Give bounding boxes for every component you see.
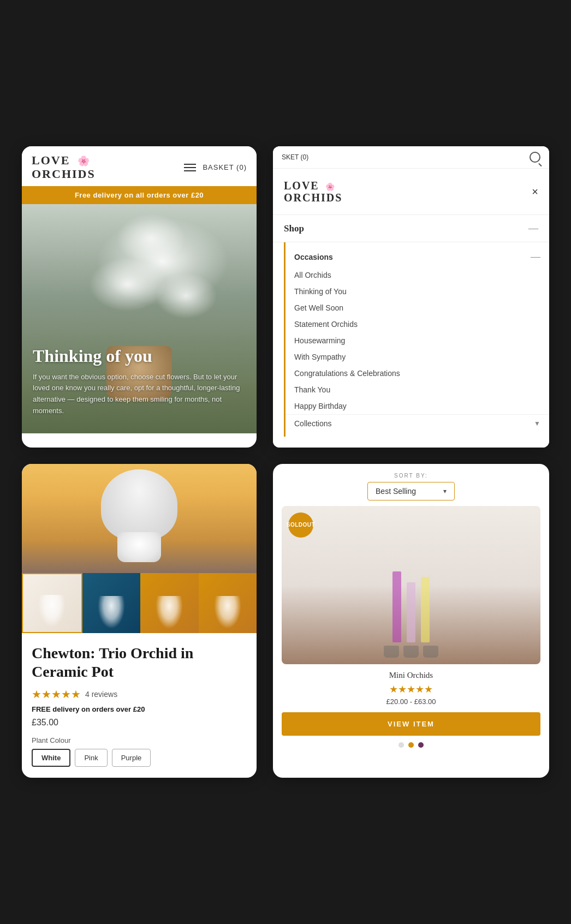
colour-label: Plant Colour bbox=[32, 736, 247, 744]
mini-pot-1 bbox=[384, 646, 399, 658]
orchid-stem-yellow bbox=[421, 577, 430, 642]
product-main-image bbox=[22, 464, 257, 573]
product-listing-card: SORT BY: Best Selling ▾ SOLD OUT bbox=[273, 464, 549, 777]
hero-title: Thinking of you bbox=[33, 346, 246, 366]
hamburger-icon[interactable] bbox=[184, 164, 196, 171]
logo-text: LOVE 🌸 ORCHIDS bbox=[32, 154, 96, 180]
listing-pots bbox=[384, 646, 438, 658]
product-thumbnails bbox=[22, 573, 257, 633]
nav-menu-card: SKET (0) LOVE 🌸 ORCHIDS × Shop — Oc bbox=[273, 146, 549, 448]
nav-all-orchids[interactable]: All Orchids bbox=[286, 267, 549, 283]
product-thumb-1[interactable] bbox=[22, 573, 82, 633]
nav-collections-label: Collections bbox=[294, 419, 331, 428]
nav-menu-panel: LOVE 🌸 ORCHIDS × Shop — Occasions — All … bbox=[273, 169, 549, 448]
dot-2[interactable] bbox=[408, 742, 414, 748]
dot-1[interactable] bbox=[398, 742, 404, 748]
hero-text-overlay: Thinking of you If you want the obvious … bbox=[33, 346, 246, 417]
nav-get-well-soon[interactable]: Get Well Soon bbox=[286, 300, 549, 316]
colour-options: White Pink Purple bbox=[32, 749, 247, 767]
product-image-visual bbox=[101, 469, 177, 540]
listing-price: £20.00 - £63.00 bbox=[282, 698, 540, 706]
sort-select[interactable]: Best Selling ▾ bbox=[367, 482, 455, 500]
thumb-plant-3 bbox=[156, 596, 183, 629]
nav-thank-you[interactable]: Thank You bbox=[286, 381, 549, 398]
nav-statement-orchids[interactable]: Statement Orchids bbox=[286, 316, 549, 332]
sort-section: SORT BY: Best Selling ▾ bbox=[273, 464, 549, 506]
nav-section-shop: Shop — Occasions — All Orchids Thinking … bbox=[273, 215, 549, 437]
pagination-dots bbox=[282, 742, 540, 754]
nav-basket-label[interactable]: SKET (0) bbox=[282, 153, 308, 161]
free-delivery-text: FREE delivery on orders over £20 bbox=[32, 705, 247, 713]
product-stars: ★★★★★ bbox=[32, 688, 81, 701]
stars-row: ★★★★★ 4 reviews bbox=[32, 688, 247, 701]
sort-by-label: SORT BY: bbox=[282, 473, 540, 479]
nav-submenu: Occasions — All Orchids Thinking of You … bbox=[284, 242, 549, 437]
nav-congratulations[interactable]: Congratulations & Celebrations bbox=[286, 365, 549, 381]
reviews-count[interactable]: 4 reviews bbox=[85, 690, 117, 699]
mini-pot-3 bbox=[423, 646, 438, 658]
dot-3[interactable] bbox=[418, 742, 424, 748]
orchid-stem-purple bbox=[392, 571, 401, 642]
product-thumb-2[interactable] bbox=[82, 573, 141, 633]
orchid-stem-pink bbox=[407, 582, 415, 642]
listing-product-name: Mini Orchids bbox=[282, 671, 540, 680]
view-item-button[interactable]: VIEW ITEM bbox=[282, 712, 540, 736]
colour-pink-btn[interactable]: Pink bbox=[75, 749, 107, 767]
nav-shop-label: Shop bbox=[284, 223, 304, 234]
basket-label[interactable]: BASKET (0) bbox=[203, 163, 247, 171]
nav-happy-birthday[interactable]: Happy Birthday bbox=[286, 398, 549, 414]
mini-pot-2 bbox=[403, 646, 419, 658]
product-info: Chewton: Trio Orchid in Ceramic Pot ★★★★… bbox=[22, 633, 257, 777]
nav-occasions-item[interactable]: Occasions — bbox=[286, 247, 549, 267]
nav-shop-item[interactable]: Shop — bbox=[273, 215, 549, 242]
nav-housewarming[interactable]: Housewarming bbox=[286, 332, 549, 349]
hero-description: If you want the obvious option, choose c… bbox=[33, 372, 246, 417]
product-thumb-4[interactable] bbox=[199, 573, 257, 633]
nav-logo-row: LOVE 🌸 ORCHIDS × bbox=[273, 180, 549, 215]
homepage-card: LOVE 🌸 ORCHIDS BASKET (0) Free delivery … bbox=[22, 146, 257, 448]
listing-orchids-group bbox=[392, 571, 430, 642]
product-card-inner: SOLD OUT Mini Orchids ★★★★★ £20.00 - £63… bbox=[282, 506, 540, 754]
colour-purple-btn[interactable]: Purple bbox=[112, 749, 151, 767]
search-icon[interactable] bbox=[530, 152, 540, 163]
nav-shop-dash: — bbox=[528, 223, 538, 234]
product-detail-card: Chewton: Trio Orchid in Ceramic Pot ★★★★… bbox=[22, 464, 257, 777]
hero-image: Thinking of you If you want the obvious … bbox=[22, 204, 257, 433]
thumb-plant-1 bbox=[38, 595, 66, 628]
close-icon[interactable]: × bbox=[532, 186, 538, 198]
nav-occasions-dash: — bbox=[531, 251, 540, 263]
nav-thinking-of-you[interactable]: Thinking of You bbox=[286, 283, 549, 300]
nav-with-sympathy[interactable]: With Sympathy bbox=[286, 349, 549, 365]
colour-white-btn[interactable]: White bbox=[32, 749, 70, 767]
product-price: £35.00 bbox=[32, 718, 247, 728]
listing-stars: ★★★★★ bbox=[282, 683, 540, 695]
sort-select-value: Best Selling bbox=[376, 487, 416, 496]
orchid-icon: 🌸 bbox=[78, 156, 91, 167]
nav-occasions-label: Occasions bbox=[294, 253, 333, 261]
product-title: Chewton: Trio Orchid in Ceramic Pot bbox=[32, 644, 247, 681]
product-listing-image bbox=[282, 506, 540, 664]
nav-logo[interactable]: LOVE 🌸 ORCHIDS bbox=[284, 180, 342, 204]
nav-search-bar: SKET (0) bbox=[273, 146, 549, 169]
chevron-down-icon: ▾ bbox=[443, 487, 447, 496]
logo[interactable]: LOVE 🌸 ORCHIDS bbox=[32, 154, 96, 180]
delivery-banner: Free delivery on all orders over £20 bbox=[22, 186, 257, 204]
homepage-header: LOVE 🌸 ORCHIDS BASKET (0) bbox=[22, 146, 257, 186]
thumb-plant-4 bbox=[214, 596, 241, 629]
thumb-plant-2 bbox=[98, 596, 125, 629]
nav-collections-item[interactable]: Collections ▼ bbox=[286, 414, 549, 432]
product-thumb-3[interactable] bbox=[140, 573, 199, 633]
product-image-pot bbox=[117, 532, 161, 562]
header-right: BASKET (0) bbox=[184, 163, 247, 171]
